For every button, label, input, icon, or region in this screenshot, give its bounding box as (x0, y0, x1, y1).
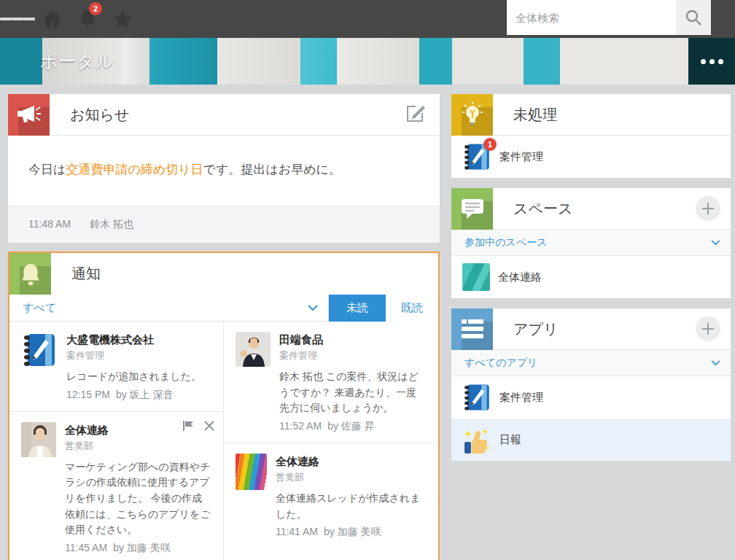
lightbulb-icon-glyph (461, 102, 484, 127)
app-notebook-icon (21, 332, 58, 368)
notification-item-body: 全体連絡スレッドが作成されました。 (276, 491, 427, 522)
avatar (236, 332, 271, 367)
notification-item-app: 案件管理 (279, 349, 427, 362)
spaces-header: スペース (451, 188, 731, 230)
page-title: ポータル (40, 50, 114, 73)
notification-item-space: 営業部 (276, 471, 427, 484)
favorites-star-icon[interactable] (105, 0, 140, 38)
app-item-label: 案件管理 (499, 391, 543, 405)
space-cover-thumbnail (236, 454, 267, 490)
announcement-time: 11:48 AM (28, 218, 71, 231)
add-space-button[interactable] (696, 196, 720, 221)
notification-item-app: 案件管理 (66, 349, 201, 362)
notification-item-author: by 加藤 美咲 (324, 526, 381, 539)
app-item-nippo[interactable]: 日報 (451, 419, 731, 461)
space-item-label: 全体連絡 (498, 271, 542, 284)
notification-item[interactable]: 大盛電機株式会社 案件管理 レコードが追加されました。 12:15 PMby 坂… (9, 322, 223, 412)
announcement-author[interactable]: 鈴木 拓也 (90, 218, 133, 231)
app-list-icon-glyph (461, 319, 484, 339)
notification-filter-value: すべて (23, 301, 308, 315)
announcement-header: お知らせ (8, 94, 440, 136)
space-item-zentai[interactable]: 全体連絡 (451, 256, 731, 298)
unread-tab-button[interactable]: 未読 (329, 295, 386, 322)
notification-list: 大盛電機株式会社 案件管理 レコードが追加されました。 12:15 PMby 坂… (9, 322, 438, 560)
notification-item-title: 田端食品 (279, 332, 427, 347)
plus-icon (701, 322, 715, 335)
apps-widget: アプリ すべてのアプリ 案件管理 日報 (451, 308, 731, 461)
search-icon (685, 9, 702, 26)
flag-icon-glyph (182, 421, 194, 431)
spaces-title: スペース (513, 199, 696, 219)
thumbs-up-icon (462, 426, 491, 455)
notification-filter-row: すべて 未読 既読 (9, 295, 438, 322)
unprocessed-widget: 未処理 1 案件管理 (451, 94, 731, 178)
search-button[interactable] (676, 0, 711, 35)
apps-filter-dropdown[interactable]: すべてのアプリ (451, 350, 731, 376)
notification-item-body: マーケティング部への資料やチラシの作成依頼に使用するアプリを作りました。 今後の… (65, 459, 211, 538)
spaces-filter-value: 参加中のスペース (464, 236, 711, 249)
notification-item-title: 全体連絡 (276, 454, 427, 469)
chevron-down-icon (308, 305, 318, 311)
global-header: 2 ? (0, 0, 735, 38)
apps-filter-value: すべてのアプリ (464, 357, 711, 370)
notification-filter-dropdown[interactable]: すべて (9, 295, 329, 321)
bell-tile-icon-glyph (20, 262, 42, 286)
space-thumbnail (462, 263, 490, 291)
unprocessed-title: 未処理 (513, 105, 731, 125)
spaces-filter-dropdown[interactable]: 参加中のスペース (451, 230, 731, 256)
close-icon[interactable] (204, 421, 214, 433)
notification-item-time: 11:41 AM (276, 526, 318, 539)
portal-more-icon[interactable] (688, 38, 735, 85)
menu-icon[interactable] (0, 0, 35, 38)
edit-announcement-button[interactable] (405, 104, 425, 125)
global-search (507, 0, 711, 35)
announcement-title: お知らせ (70, 105, 405, 125)
notification-item[interactable]: 全体連絡 営業部 全体連絡スレッドが作成されました。 11:41 AMby 加藤… (224, 443, 438, 548)
announcement-text-suffix: です。提出はお早めに。 (203, 163, 341, 176)
app-item-anken[interactable]: 案件管理 (451, 376, 731, 419)
announcement-highlight-text: 交通費申請の締め切り日 (66, 163, 203, 176)
flag-icon[interactable] (182, 421, 194, 433)
avatar (21, 422, 56, 457)
notification-item-time: 11:52 AM (279, 420, 322, 433)
apps-title: アプリ (513, 319, 696, 339)
search-input[interactable] (507, 0, 676, 35)
megaphone-icon-glyph (17, 104, 42, 125)
announcement-widget: お知らせ 今日は交通費申請の締め切り日です。提出はお早めに。 11:48 AM … (8, 94, 440, 243)
edit-icon (405, 104, 425, 123)
plus-icon (701, 202, 715, 215)
announcement-footer: 11:48 AM 鈴木 拓也 (8, 206, 440, 243)
portal-content: お知らせ 今日は交通費申請の締め切り日です。提出はお早めに。 11:48 AM … (0, 85, 735, 560)
notification-item[interactable]: 全体連絡 営業部 マーケティング部への資料やチラシの作成依頼に使用するアプリを作… (9, 412, 223, 560)
notification-bell-tile-icon (9, 253, 51, 295)
notification-item-time: 11:45 AM (65, 542, 107, 555)
app-list-icon (451, 308, 493, 350)
notifications-header: 通知 (9, 253, 438, 295)
unprocessed-item-anken[interactable]: 1 案件管理 (451, 136, 731, 178)
notification-count-badge: 2 (89, 2, 102, 15)
close-icon-glyph (204, 421, 214, 431)
notifications-bell-icon[interactable]: 2 (70, 0, 105, 38)
notification-item-author: by 坂上 深音 (116, 389, 174, 402)
unprocessed-header: 未処理 (451, 94, 731, 136)
speech-bubble-icon-glyph (461, 198, 484, 219)
megaphone-icon (8, 94, 50, 136)
spaces-widget: スペース 参加中のスペース 全体連絡 (451, 188, 731, 298)
chevron-down-icon (711, 360, 720, 366)
star-icon-glyph (112, 9, 133, 29)
notification-item-author: by 佐藤 昇 (327, 420, 375, 433)
unprocessed-item-label: 案件管理 (499, 150, 543, 164)
home-icon[interactable] (35, 0, 70, 38)
add-app-button[interactable] (696, 316, 720, 341)
announcement-text: 今日は (28, 163, 66, 176)
home-icon-glyph (42, 9, 63, 28)
notification-item-body: 鈴木 拓也 この案件、状況はどうですか？ 来週あたり、一度先方に伺いましょうか。 (279, 369, 427, 416)
read-tab-button[interactable]: 既読 (386, 295, 438, 322)
lightbulb-icon (451, 94, 493, 136)
notification-item-space: 営業部 (65, 440, 211, 453)
notification-item[interactable]: 田端食品 案件管理 鈴木 拓也 この案件、状況はどうですか？ 来週あたり、一度先… (224, 322, 438, 443)
speech-bubble-icon (451, 188, 493, 230)
notifications-title: 通知 (71, 264, 438, 284)
app-notebook-icon (462, 383, 491, 412)
notification-item-time: 12:15 PM (66, 389, 110, 402)
